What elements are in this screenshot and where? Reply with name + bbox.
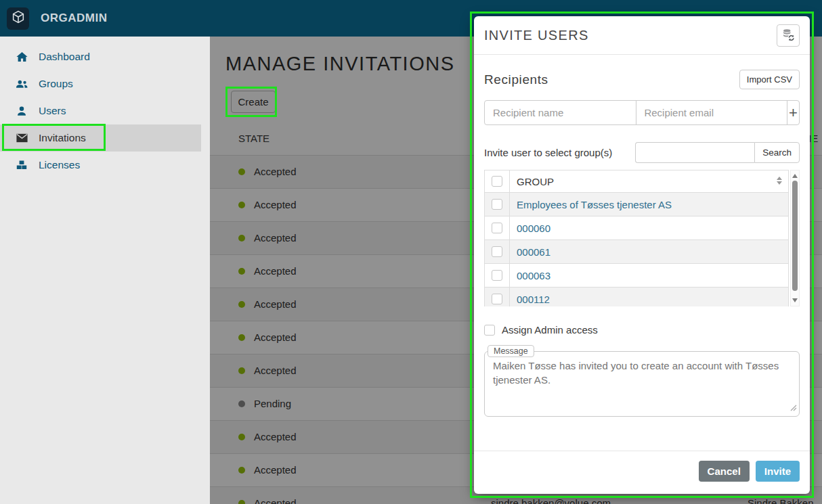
user-icon	[15, 104, 28, 118]
message-field: Message Maiken Tøsse has invited you to …	[484, 345, 800, 417]
group-checkbox[interactable]	[492, 294, 502, 304]
app-title: ORGADMIN	[41, 12, 107, 25]
modal-header: INVITE USERS	[474, 16, 810, 55]
database-refresh-icon	[781, 28, 795, 43]
group-checkbox[interactable]	[492, 223, 502, 233]
sidebar-item-label: Invitations	[39, 132, 86, 144]
group-table-scrollbar[interactable]	[790, 170, 800, 306]
resize-grip-icon[interactable]	[789, 402, 797, 414]
group-link[interactable]: Employees of Tøsses tjenester AS	[510, 193, 672, 216]
add-recipient-button[interactable]: +	[787, 101, 799, 124]
sort-icon[interactable]	[777, 177, 782, 185]
recipient-input-group: +	[484, 100, 800, 125]
sidebar-item-users[interactable]: Users	[0, 97, 201, 124]
scroll-down-icon[interactable]	[792, 298, 798, 302]
select-all-groups-checkbox[interactable]	[492, 176, 502, 187]
recipients-heading: Recipients	[484, 72, 548, 87]
group-checkbox[interactable]	[492, 199, 502, 210]
group-link[interactable]: 000061	[510, 240, 550, 263]
sidebar-item-invitations[interactable]: Invitations	[0, 124, 201, 152]
scrollbar-thumb[interactable]	[792, 181, 798, 291]
group-table-header: GROUP	[485, 170, 788, 193]
modal-title: INVITE USERS	[484, 28, 589, 43]
sidebar-item-label: Groups	[39, 78, 73, 90]
reload-recipients-button[interactable]	[777, 24, 800, 47]
group-column-header: GROUP	[510, 170, 554, 192]
group-link[interactable]: 000112	[510, 288, 550, 306]
invite-button[interactable]: Invite	[756, 461, 800, 482]
group-search-button[interactable]: Search	[754, 142, 800, 163]
assign-admin-label: Assign Admin access	[502, 324, 598, 336]
sidebar-item-label: Dashboard	[39, 51, 90, 63]
sidebar-item-dashboard[interactable]: Dashboard	[0, 43, 201, 70]
recipient-email-input[interactable]	[636, 101, 787, 124]
message-textarea[interactable]: Maiken Tøsse has invited you to create a…	[485, 359, 799, 407]
group-row[interactable]: 000060	[485, 216, 788, 240]
cubes-icon	[15, 158, 28, 172]
group-row[interactable]: 000063	[485, 264, 788, 288]
cancel-button[interactable]: Cancel	[699, 461, 750, 482]
group-table: GROUP Employees of Tøsses tjenester AS 0…	[484, 170, 800, 306]
group-search-input[interactable]	[635, 142, 754, 163]
import-csv-button[interactable]: Import CSV	[739, 70, 800, 89]
group-row[interactable]: Employees of Tøsses tjenester AS	[485, 193, 788, 216]
sidebar-item-licenses[interactable]: Licenses	[0, 152, 201, 179]
group-row[interactable]: 000112	[485, 288, 788, 306]
groups-section-label: Invite user to select group(s)	[484, 147, 635, 158]
cube-icon	[11, 9, 26, 27]
group-checkbox[interactable]	[492, 246, 502, 257]
sidebar-item-label: Users	[39, 105, 66, 117]
sidebar-item-label: Licenses	[39, 159, 80, 171]
group-checkbox[interactable]	[492, 270, 502, 281]
group-link[interactable]: 000060	[510, 216, 550, 239]
message-label: Message	[488, 345, 534, 357]
sidebar-item-groups[interactable]: Groups	[0, 70, 201, 97]
modal-footer: Cancel Invite	[474, 451, 810, 494]
recipient-name-input[interactable]	[485, 101, 636, 124]
assign-admin-checkbox[interactable]	[484, 325, 495, 336]
app-logo	[7, 7, 29, 30]
group-link[interactable]: 000063	[510, 264, 550, 287]
users-icon	[15, 77, 28, 91]
home-icon	[15, 50, 28, 64]
envelope-icon	[15, 131, 28, 145]
group-row[interactable]: 000061	[485, 240, 788, 264]
invite-users-modal: INVITE USERS	[474, 16, 810, 494]
scroll-up-icon[interactable]	[792, 174, 798, 178]
sidebar: Dashboard Groups Users	[0, 37, 210, 504]
modal-body: Recipients Import CSV + Invite user to s…	[474, 55, 810, 451]
screen: ORGADMIN Dashboard Groups Users	[0, 0, 822, 504]
